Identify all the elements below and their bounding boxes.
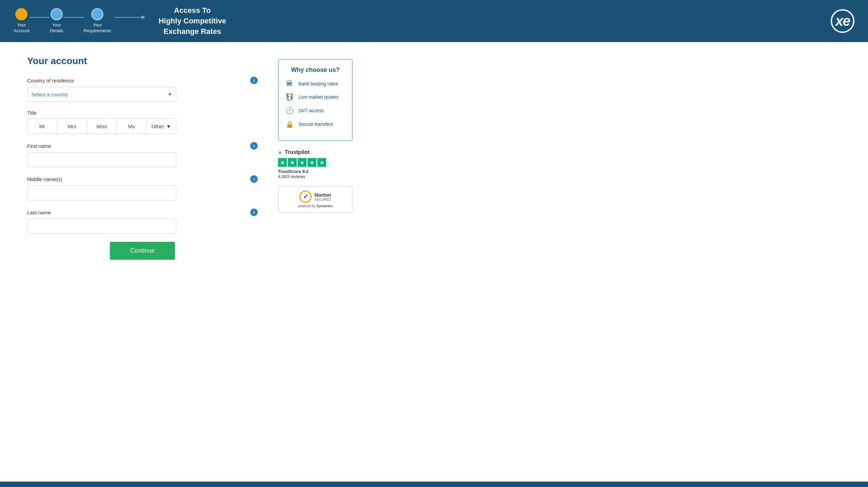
title-other-arrow: ▼ bbox=[166, 123, 171, 129]
norton-badge: ✓ Norton SECURED powered by Symantec bbox=[278, 186, 353, 213]
arrow-line bbox=[115, 15, 145, 19]
title-mr-button[interactable]: Mr bbox=[27, 119, 57, 134]
bank-icon: 🏛 bbox=[285, 80, 294, 87]
why-item-market-quotes: 💱 Live market quotes bbox=[285, 93, 346, 101]
country-select-wrapper: Select a country United Kingdom United S… bbox=[27, 87, 176, 102]
clock-icon: 🕐 bbox=[285, 106, 294, 115]
trustpilot-stars: ★ ★ ★ ★ ★ bbox=[278, 158, 353, 167]
title-field-group: Title Mr Mrs Miss Ms Other ▼ bbox=[27, 110, 258, 134]
step-your-details: YourDetails bbox=[50, 8, 63, 34]
step-line-1 bbox=[29, 17, 50, 18]
why-label-bank-rates: Bank beating rates bbox=[298, 81, 338, 86]
trustscore-text: TrustScore 9.2 4,083 reviews bbox=[278, 169, 353, 179]
title-buttons: Mr Mrs Miss Ms Other ▼ bbox=[27, 118, 176, 134]
tp-star-5: ★ bbox=[317, 158, 326, 167]
title-miss-button[interactable]: Miss bbox=[87, 119, 117, 134]
why-title: Why choose us? bbox=[285, 66, 346, 74]
title-mrs-button[interactable]: Mrs bbox=[57, 119, 87, 134]
norton-secured-label: SECURED bbox=[314, 198, 331, 201]
title-label-row: Title bbox=[27, 110, 258, 116]
first-name-input[interactable] bbox=[27, 152, 176, 167]
country-info-icon[interactable]: i bbox=[250, 77, 258, 84]
first-name-label-row: First name i bbox=[27, 142, 258, 150]
last-name-label: Last name bbox=[27, 210, 51, 215]
country-label-row: Country of residence i bbox=[27, 77, 258, 84]
form-section: Your account Country of residence i Sele… bbox=[27, 56, 258, 468]
country-field-group: Country of residence i Select a country … bbox=[27, 77, 258, 102]
why-item-bank-rates: 🏛 Bank beating rates bbox=[285, 80, 346, 87]
title-other-button[interactable]: Other ▼ bbox=[146, 119, 176, 134]
tp-star-4: ★ bbox=[308, 158, 316, 167]
page-title: Your account bbox=[27, 56, 258, 66]
trustpilot-header: ★ Trustpilot bbox=[278, 149, 353, 155]
norton-brand-name: Norton bbox=[314, 192, 331, 198]
why-item-24-7-access: 🕐 24/7 access bbox=[285, 106, 346, 115]
last-name-info-icon[interactable]: i bbox=[250, 209, 258, 216]
middle-name-field-group: Middle name(s) i bbox=[27, 175, 258, 200]
first-name-field-group: First name i bbox=[27, 142, 258, 167]
tp-star-1: ★ bbox=[278, 158, 287, 167]
lock-icon: 🔒 bbox=[285, 120, 294, 128]
tp-star-3: ★ bbox=[298, 158, 307, 167]
trustscore-value: TrustScore 9.2 bbox=[278, 169, 309, 174]
trustpilot-star: ★ bbox=[278, 150, 282, 155]
step-circle-1 bbox=[15, 8, 27, 20]
step-label-3: YourRequirements bbox=[84, 22, 111, 34]
norton-check-icon: ✓ bbox=[299, 191, 312, 203]
title-ms-button[interactable]: Ms bbox=[117, 119, 146, 134]
why-item-secure-transfers: 🔒 Secure transfers bbox=[285, 120, 346, 128]
title-label: Title bbox=[27, 110, 37, 116]
middle-name-label-row: Middle name(s) i bbox=[27, 175, 258, 183]
why-label-24-7: 24/7 access bbox=[298, 108, 324, 113]
trustpilot-logo: Trustpilot bbox=[285, 149, 310, 155]
norton-text: Norton SECURED bbox=[314, 192, 331, 201]
xe-logo: xe bbox=[831, 9, 854, 33]
first-name-label: First name bbox=[27, 143, 51, 149]
main-content: Your account Country of residence i Sele… bbox=[0, 42, 868, 482]
trustscore-reviews: 4,083 reviews bbox=[278, 174, 305, 179]
symantec-name: Symantec bbox=[317, 204, 333, 208]
arrow-head bbox=[142, 15, 145, 19]
why-choose-box: Why choose us? 🏛 Bank beating rates 💱 Li… bbox=[278, 59, 353, 141]
middle-name-label: Middle name(s) bbox=[27, 176, 62, 182]
why-label-market-quotes: Live market quotes bbox=[298, 94, 338, 100]
last-name-input[interactable] bbox=[27, 219, 176, 234]
step-line-2 bbox=[63, 17, 84, 18]
footer bbox=[0, 482, 868, 487]
country-select[interactable]: Select a country United Kingdom United S… bbox=[27, 87, 176, 102]
trustpilot-section: ★ Trustpilot ★ ★ ★ ★ ★ TrustScore 9.2 4,… bbox=[278, 149, 353, 179]
why-label-secure: Secure transfers bbox=[298, 121, 333, 127]
norton-symantec-text: powered by Symantec bbox=[298, 204, 333, 208]
first-name-info-icon[interactable]: i bbox=[250, 142, 258, 150]
step-your-requirements: YourRequirements bbox=[84, 8, 111, 34]
middle-name-input[interactable] bbox=[27, 186, 176, 200]
header-tagline: Access ToHighly CompetitiveExchange Rate… bbox=[159, 5, 226, 37]
continue-button[interactable]: Continue bbox=[110, 242, 175, 260]
middle-name-info-icon[interactable]: i bbox=[250, 175, 258, 183]
market-icon: 💱 bbox=[285, 93, 294, 101]
country-label: Country of residence bbox=[27, 78, 74, 83]
header: YourAccount YourDetails YourRequirements… bbox=[0, 0, 868, 42]
step-circle-3 bbox=[91, 8, 103, 20]
step-label-1: YourAccount bbox=[14, 22, 29, 34]
last-name-field-group: Last name i bbox=[27, 209, 258, 234]
norton-inner: ✓ Norton SECURED bbox=[299, 191, 331, 203]
progress-steps: YourAccount YourDetails YourRequirements… bbox=[14, 5, 226, 37]
tp-star-2: ★ bbox=[288, 158, 297, 167]
arrow-bar bbox=[115, 17, 142, 18]
step-your-account: YourAccount bbox=[14, 8, 29, 34]
title-other-label: Other bbox=[151, 123, 164, 129]
sidebar: Why choose us? 🏛 Bank beating rates 💱 Li… bbox=[278, 56, 353, 468]
last-name-label-row: Last name i bbox=[27, 209, 258, 216]
step-circle-2 bbox=[51, 8, 63, 20]
step-label-2: YourDetails bbox=[50, 22, 63, 34]
